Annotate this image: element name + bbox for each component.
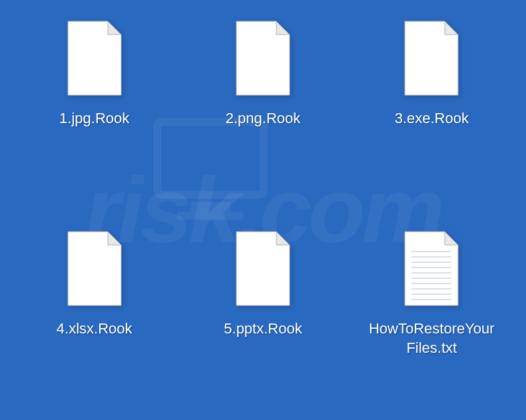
file-label: 1.jpg.Rook bbox=[59, 108, 129, 128]
blank-file-icon bbox=[401, 20, 461, 97]
file-item[interactable]: 2.png.Rook bbox=[195, 20, 330, 190]
file-label: HowToRestoreYourFiles.txt bbox=[368, 319, 495, 358]
file-label: 2.png.Rook bbox=[226, 108, 301, 128]
blank-file-icon bbox=[233, 230, 293, 307]
file-label: 3.exe.Rook bbox=[395, 108, 469, 128]
file-label: 4.xlsx.Rook bbox=[57, 319, 132, 339]
blank-file-icon bbox=[65, 20, 125, 97]
text-file-icon bbox=[401, 230, 461, 307]
file-item[interactable]: 1.jpg.Rook bbox=[27, 20, 162, 190]
blank-file-icon bbox=[65, 230, 125, 307]
file-item[interactable]: 3.exe.Rook bbox=[364, 20, 499, 190]
file-item[interactable]: 4.xlsx.Rook bbox=[27, 230, 162, 401]
file-item[interactable]: HowToRestoreYourFiles.txt bbox=[364, 230, 499, 401]
icon-grid: 1.jpg.Rook 2.png.Rook 3.exe.Rook bbox=[27, 20, 499, 400]
file-label: 5.pptx.Rook bbox=[224, 319, 302, 339]
blank-file-icon bbox=[233, 20, 293, 97]
desktop-area[interactable]: 1.jpg.Rook 2.png.Rook 3.exe.Rook bbox=[0, 0, 526, 420]
file-item[interactable]: 5.pptx.Rook bbox=[195, 230, 330, 401]
